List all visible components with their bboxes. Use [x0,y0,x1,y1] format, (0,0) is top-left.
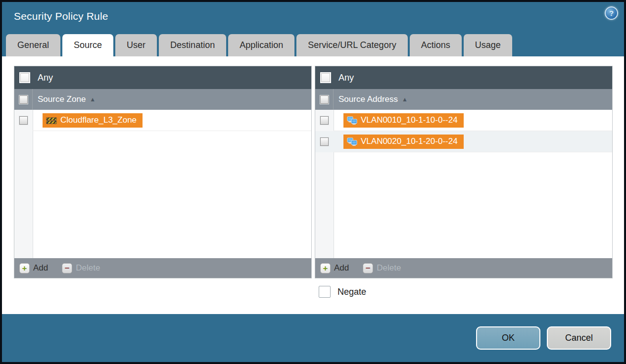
cancel-button[interactable]: Cancel [547,326,611,350]
source-address-item-label: VLAN0020_10-1-20-0--24 [361,136,458,146]
source-zone-row-checkbox[interactable] [19,116,28,125]
source-zone-any-checkbox[interactable] [19,72,30,83]
sort-ascending-icon: ▲ [402,96,408,103]
source-address-add-button[interactable]: + Add [320,263,349,273]
sort-ascending-icon: ▲ [90,96,96,103]
tab-content-source: Any Source Zone ▲ [2,56,624,314]
source-zone-item-label: Cloudflare_L3_Zone [60,115,137,125]
help-icon[interactable]: ? [605,6,618,20]
source-address-item-label: VLAN0010_10-1-10-0--24 [361,115,458,125]
source-address-footer: + Add − Delete [315,258,612,278]
source-address-row-checkbox[interactable] [320,137,329,146]
table-row: VLAN0010_10-1-10-0--24 [315,110,612,131]
negate-row: Negate [319,286,613,298]
tab-actions[interactable]: Actions [410,34,462,56]
source-address-select-all-checkbox[interactable] [320,95,329,104]
source-zone-list: Cloudflare_L3_Zone [14,110,311,258]
tab-source[interactable]: Source [62,34,113,56]
dialog-titlebar: Security Policy Rule ? [2,2,624,31]
delete-icon: − [363,263,373,273]
tab-destination[interactable]: Destination [159,34,226,56]
security-policy-rule-dialog: Security Policy Rule ? General Source Us… [0,0,626,364]
source-address-row-checkbox[interactable] [320,116,329,125]
source-address-item[interactable]: VLAN0020_10-1-20-0--24 [343,135,464,149]
delete-icon: − [62,263,72,273]
add-icon: + [320,263,331,273]
address-icon [347,116,357,125]
add-icon: + [19,263,30,273]
tab-application[interactable]: Application [228,34,294,56]
tab-general[interactable]: General [6,34,60,56]
negate-checkbox[interactable] [319,286,331,298]
source-address-list: VLAN0010_10-1-10-0--24 [315,110,612,258]
source-zone-item[interactable]: Cloudflare_L3_Zone [43,113,143,128]
tab-service-url-category[interactable]: Service/URL Category [296,34,407,56]
source-address-column-header[interactable]: Source Address ▲ [315,89,612,110]
source-zone-panel: Any Source Zone ▲ [14,66,312,278]
source-zone-select-all-checkbox[interactable] [19,95,28,104]
tab-bar: General Source User Destination Applicat… [2,31,624,56]
source-address-item[interactable]: VLAN0010_10-1-10-0--24 [343,113,464,128]
source-zone-footer: + Add − Delete [14,258,311,278]
table-row: VLAN0020_10-1-20-0--24 [315,131,612,152]
dialog-title: Security Policy Rule [2,10,108,22]
ok-button[interactable]: OK [476,326,540,350]
address-icon [347,137,357,146]
source-zone-any-header: Any [14,66,311,89]
tab-usage[interactable]: Usage [464,34,512,56]
source-zone-column-header[interactable]: Source Zone ▲ [14,89,311,110]
source-zone-any-label: Any [38,73,53,83]
table-row: Cloudflare_L3_Zone [14,110,311,131]
dialog-footer: OK Cancel [2,314,624,362]
source-zone-add-button[interactable]: + Add [19,263,48,273]
source-address-delete-button[interactable]: − Delete [363,263,401,273]
tab-user[interactable]: User [115,34,157,56]
source-address-column-title: Source Address [338,94,398,104]
zone-icon [46,116,57,125]
source-address-any-label: Any [338,73,354,83]
source-address-panel: Any Source Address ▲ [315,66,613,278]
negate-label: Negate [337,287,366,297]
source-zone-column-title: Source Zone [38,94,86,104]
source-address-any-header: Any [315,66,612,89]
source-zone-delete-button[interactable]: − Delete [62,263,100,273]
source-address-any-checkbox[interactable] [320,72,331,83]
